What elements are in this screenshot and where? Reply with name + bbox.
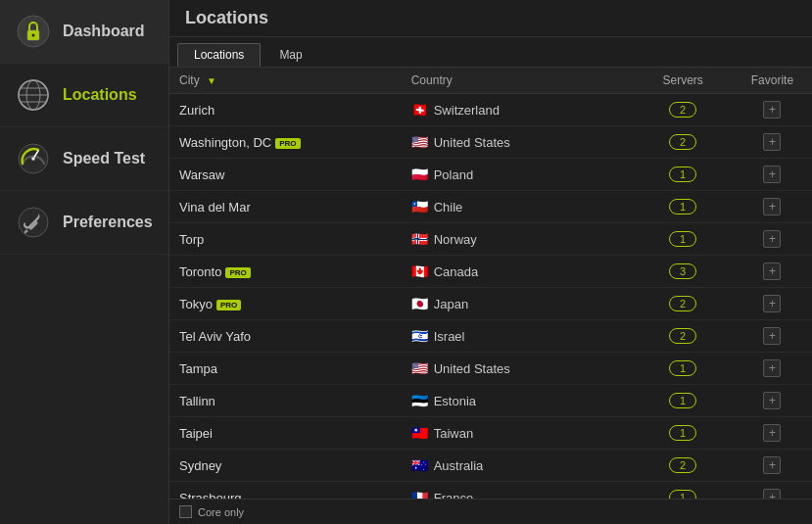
country-name: Japan [434,297,468,311]
cell-city: Tampa [169,353,402,385]
col-header-favorite[interactable]: Favorite [733,68,812,94]
cell-servers: 1 [633,223,732,256]
sidebar-item-preferences[interactable]: Preferences [0,191,168,255]
footer: Core only [169,499,812,524]
cell-country: 🇵🇱Poland [402,159,634,191]
country-name: United States [434,361,510,376]
cell-country: 🇺🇸United States [402,353,634,385]
cell-city: Tallinn [169,385,402,417]
sidebar-item-speedtest[interactable]: Speed Test [0,127,168,191]
favorite-button[interactable]: + [763,262,781,280]
cell-servers: 2 [633,126,732,159]
pro-badge: PRO [275,138,300,149]
flag-icon: 🇨🇱 [411,199,428,214]
favorite-button[interactable]: + [763,230,781,248]
col-header-country[interactable]: Country [402,68,634,94]
globe-icon [16,77,51,113]
server-count-badge: 2 [669,457,696,473]
country-name: United States [434,135,510,150]
server-count-badge: 1 [669,167,696,182]
main-content: Locations Locations Map City ▼ Country S… [169,0,812,524]
cell-favorite: + [733,288,812,320]
col-header-city[interactable]: City ▼ [169,68,402,94]
flag-icon: 🇨🇦 [411,263,428,279]
cell-city: Tel Aviv Yafo [169,320,402,353]
server-count-badge: 1 [669,199,696,214]
cell-servers: 1 [633,191,732,223]
locations-table-container[interactable]: City ▼ Country Servers Favorite Zurich🇨🇭… [169,68,812,499]
cell-city: Strasbourg [169,482,402,500]
cell-city: TorontoPRO [169,256,402,288]
locations-table: City ▼ Country Servers Favorite Zurich🇨🇭… [169,68,812,499]
flag-icon: 🇵🇱 [411,167,428,182]
country-name: Australia [434,458,484,473]
cell-favorite: + [733,482,812,500]
cell-city: TokyoPRO [169,288,402,320]
svg-point-12 [32,158,34,160]
cell-favorite: + [733,159,812,191]
country-name: France [434,491,473,499]
flag-icon: 🇪🇪 [411,393,428,408]
pro-badge: PRO [216,300,241,310]
cell-country: 🇯🇵Japan [402,288,634,320]
country-name: Switzerland [434,103,500,118]
favorite-button[interactable]: + [763,198,781,215]
flag-icon: 🇳🇴 [411,231,428,247]
sidebar-label-preferences: Preferences [63,214,153,231]
table-row: Vina del Mar🇨🇱Chile1+ [169,191,812,223]
favorite-button[interactable]: + [763,424,781,442]
cell-city: Vina del Mar [169,191,402,223]
cell-city: Washington, DCPRO [169,126,402,159]
favorite-button[interactable]: + [763,359,781,377]
table-row: Taipei🇹🇼Taiwan1+ [169,417,812,450]
speedometer-icon [16,141,51,176]
favorite-button[interactable]: + [763,489,781,499]
core-only-checkbox[interactable] [179,505,192,518]
favorite-button[interactable]: + [763,327,781,345]
server-count-badge: 3 [669,263,696,279]
server-count-badge: 2 [669,134,696,150]
cell-country: 🇨🇦Canada [402,256,634,288]
tab-map[interactable]: Map [263,43,318,67]
sidebar-item-locations[interactable]: Locations [0,64,168,127]
tabs-bar: Locations Map [169,37,812,68]
table-row: Washington, DCPRO🇺🇸United States2+ [169,126,812,159]
favorite-button[interactable]: + [763,456,781,474]
cell-favorite: + [733,417,812,450]
country-name: Canada [434,264,479,279]
cell-country: 🇺🇸United States [402,126,634,159]
cell-favorite: + [733,385,812,417]
cell-servers: 2 [633,288,732,320]
table-row: Tampa🇺🇸United States1+ [169,353,812,385]
core-only-toggle[interactable]: Core only [179,505,244,518]
cell-country: 🇨🇱Chile [402,191,634,223]
table-row: Torp🇳🇴Norway1+ [169,223,812,256]
server-count-badge: 1 [669,360,696,376]
favorite-button[interactable]: + [763,101,781,119]
col-header-servers[interactable]: Servers [633,68,732,94]
flag-icon: 🇺🇸 [411,134,428,150]
cell-favorite: + [733,126,812,159]
cell-servers: 2 [633,450,732,482]
favorite-button[interactable]: + [763,392,781,409]
favorite-button[interactable]: + [763,166,781,183]
svg-point-2 [32,34,35,37]
favorite-button[interactable]: + [763,133,781,151]
country-name: Taiwan [434,426,473,441]
cell-country: 🇳🇴Norway [402,223,634,256]
cell-favorite: + [733,94,812,126]
favorite-button[interactable]: + [763,295,781,312]
table-row: Warsaw🇵🇱Poland1+ [169,159,812,191]
tab-locations[interactable]: Locations [177,43,261,67]
pro-badge: PRO [225,267,250,278]
cell-city: Taipei [169,417,402,450]
sidebar: Dashboard Locations Sp [0,0,169,524]
cell-country: 🇮🇱Israel [402,320,634,353]
sidebar-item-dashboard[interactable]: Dashboard [0,0,168,64]
table-row: Zurich🇨🇭Switzerland2+ [169,94,812,126]
country-name: Israel [434,329,465,344]
sidebar-label-speedtest: Speed Test [63,150,145,167]
cell-country: 🇨🇭Switzerland [402,94,634,126]
cell-favorite: + [733,320,812,353]
cell-servers: 1 [633,417,732,450]
